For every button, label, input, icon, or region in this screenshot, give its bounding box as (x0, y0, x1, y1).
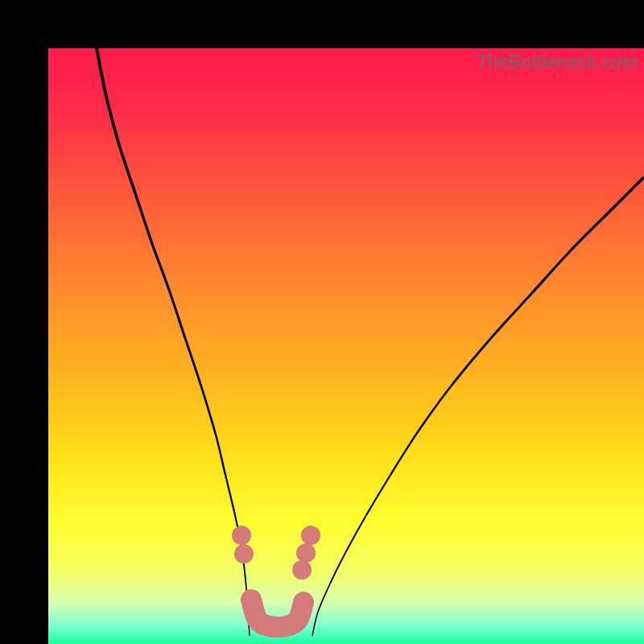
data-marker (301, 526, 320, 545)
data-marker (296, 543, 316, 563)
left-curve (97, 48, 250, 636)
bottom-arc-marker (251, 600, 303, 627)
right-curve (312, 177, 644, 636)
chart-frame: TheBottleneck.com (0, 0, 644, 644)
curves-layer (48, 48, 644, 644)
data-marker (234, 544, 254, 564)
data-marker (292, 560, 312, 580)
data-marker (232, 526, 251, 545)
watermark-text: TheBottleneck.com (477, 52, 638, 73)
plot-area: TheBottleneck.com (48, 48, 644, 644)
